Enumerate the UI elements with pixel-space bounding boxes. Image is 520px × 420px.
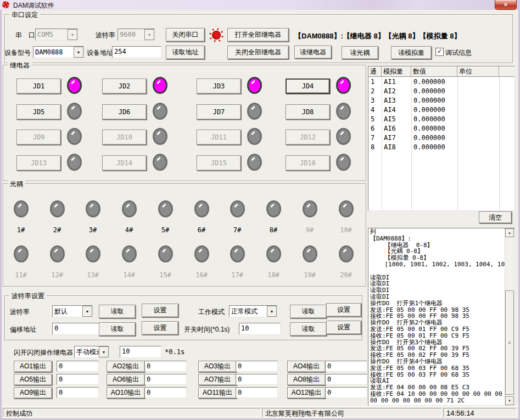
relay-button-jd8[interactable]: JD8 [286, 104, 330, 120]
read-analog-button[interactable]: 读模拟量 [391, 46, 432, 59]
relay-button-jd9[interactable]: JD9 [16, 130, 61, 145]
switch-time-input[interactable]: 10 [239, 323, 281, 335]
ao-output-input-9[interactable]: 0 [57, 387, 99, 398]
table-row[interactable]: 2AI20.000000 [368, 86, 515, 96]
chevron-down-icon[interactable]: ▼ [99, 346, 109, 357]
table-row[interactable]: 3AI30.000000 [368, 96, 515, 105]
serial-group-title: 串口设定 [9, 10, 40, 20]
close-button[interactable]: ✕ [495, 0, 517, 10]
flash-mode-select[interactable]: 手动模式 ▼ [74, 346, 109, 358]
chevron-down-icon[interactable]: ▼ [267, 306, 277, 317]
ao-output-button-9[interactable]: AO9输出 [14, 387, 52, 399]
scroll-up-icon[interactable]: ▲ [505, 228, 514, 237]
opto-indicator-off [303, 200, 317, 217]
ao-output-input-3[interactable]: 0 [236, 361, 278, 372]
ao-output-button-1[interactable]: AO1输出 [14, 361, 52, 372]
relay-button-jd13[interactable]: JD13 [16, 155, 61, 171]
relay-button-jd5[interactable]: JD5 [16, 104, 61, 120]
log-scrollbar[interactable]: ▲ ≡ ▼ [505, 228, 515, 405]
baud-select[interactable]: 9600 ▼ [118, 29, 155, 41]
table-row[interactable]: 1AI10.000000 [368, 77, 515, 86]
switch-time-read-button[interactable]: 读取 [290, 322, 327, 336]
analog-col-header[interactable]: 模拟量 [382, 66, 411, 77]
chevron-down-icon[interactable]: ▼ [68, 29, 77, 40]
scrollbar-thumb[interactable]: ≡ [505, 290, 514, 395]
table-row[interactable]: 7AI70.000000 [368, 133, 515, 142]
chevron-down-icon[interactable]: ▼ [74, 47, 83, 58]
debug-info-checkbox[interactable]: ✓ [435, 48, 444, 56]
table-row[interactable]: 8AI80.000000 [368, 142, 515, 152]
relay-button-jd1[interactable]: JD1 [16, 79, 61, 94]
relay-button-jd15[interactable]: JD15 [197, 155, 241, 171]
ao-output-input-11[interactable]: 0 [236, 387, 278, 398]
relay-button-jd3[interactable]: JD3 [197, 79, 241, 94]
ao-output-button-4[interactable]: AO4输出 [287, 361, 326, 372]
relay-indicator-on [67, 77, 82, 94]
ao-output-button-10[interactable]: AO10输出 [107, 387, 145, 399]
analog-col-header[interactable]: 单位 [457, 66, 499, 77]
relay-button-jd4[interactable]: JD4 [286, 79, 330, 94]
relay-indicator-off [153, 128, 167, 145]
ao-output-input-10[interactable]: 0 [144, 387, 187, 398]
analog-col-header[interactable] [499, 66, 515, 77]
relay-button-jd10[interactable]: JD10 [102, 130, 147, 145]
baud-set-button[interactable]: 设置 [142, 304, 178, 317]
relay-button-jd6[interactable]: JD6 [102, 104, 147, 120]
ao-output-input-2[interactable]: 0 [144, 361, 187, 372]
workmode-set-button[interactable]: 设置 [326, 303, 361, 317]
baudrate-label: 波特率 [10, 307, 30, 317]
ao-output-input-1[interactable]: 0 [57, 361, 99, 372]
clear-log-button[interactable]: 清空 [479, 211, 512, 223]
ao-output-input-12[interactable]: 0 [325, 387, 367, 398]
read-opto-button[interactable]: 读光耦 [342, 46, 378, 59]
debug-log-panel[interactable]: 列 【DAM0888】: 【继电器 0-8】 【光耦 0-8】 【模拟量 0-8… [368, 228, 515, 406]
close-port-button[interactable]: 关闭串口 [166, 28, 205, 42]
table-cell: 3 [368, 97, 382, 104]
read-relay-button[interactable]: 读继电器 [294, 46, 332, 59]
chevron-down-icon[interactable]: ▼ [144, 29, 154, 40]
table-row[interactable]: 5AI50.000000 [368, 114, 515, 124]
workmode-select[interactable]: 正常模式 ▼ [229, 305, 277, 317]
relay-button-jd14[interactable]: JD14 [102, 155, 147, 171]
ao-output-button-7[interactable]: AO7输出 [198, 374, 237, 385]
title-bar[interactable]: DAM调试软件 ✕ [0, 0, 520, 10]
ao-output-button-6[interactable]: AO6输出 [107, 374, 145, 385]
table-row[interactable]: 4AI40.000000 [368, 105, 515, 114]
switch-time-set-button[interactable]: 设置 [326, 321, 361, 334]
ao-output-button-3[interactable]: AO3输出 [198, 361, 237, 372]
ao-output-input-4[interactable]: 0 [325, 361, 367, 372]
ao-output-button-12[interactable]: AO12输出 [287, 387, 326, 399]
model-select[interactable]: DAM0888 ▼ [33, 46, 84, 58]
ao-output-input-8[interactable]: 0 [325, 374, 367, 385]
opto-label-3: 3# [82, 226, 104, 234]
relay-button-jd11[interactable]: JD11 [197, 130, 241, 145]
ao-output-input-7[interactable]: 0 [236, 374, 278, 385]
read-addr-button[interactable]: 读取地址 [166, 46, 205, 59]
analog-col-header[interactable]: 通 [368, 66, 382, 77]
baudrate-select[interactable]: 默认 ▼ [52, 305, 93, 317]
offset-addr-input[interactable]: 0 [52, 323, 103, 335]
ao-output-input-6[interactable]: 0 [144, 374, 187, 385]
ao-output-button-11[interactable]: AO11输出 [198, 387, 237, 399]
scroll-down-icon[interactable]: ▼ [505, 396, 514, 405]
close-all-relays-button[interactable]: 关闭全部继电器 [227, 46, 289, 59]
offset-read-button[interactable]: 读取 [99, 322, 136, 336]
offset-set-button[interactable]: 设置 [142, 321, 178, 335]
workmode-read-button[interactable]: 读取 [290, 305, 327, 318]
open-all-relays-button[interactable]: 打开全部继电器 [227, 28, 289, 42]
ao-output-button-5[interactable]: AO5输出 [14, 374, 52, 385]
ao-output-input-5[interactable]: 0 [57, 374, 99, 385]
table-row[interactable]: 6AI60.000000 [368, 124, 515, 133]
ao-output-button-8[interactable]: AO8输出 [287, 374, 326, 385]
relay-button-jd7[interactable]: JD7 [197, 104, 241, 120]
device-addr-input[interactable]: 254 [112, 46, 161, 58]
relay-button-jd16[interactable]: JD16 [286, 155, 330, 171]
relay-button-jd2[interactable]: JD2 [102, 79, 147, 94]
flash-time-input[interactable]: 10 [120, 346, 161, 358]
port-select[interactable]: COM5 ▼ [35, 29, 78, 41]
relay-button-jd12[interactable]: JD12 [286, 130, 330, 145]
chevron-down-icon[interactable]: ▼ [82, 306, 92, 317]
analog-col-header[interactable]: 数值 [411, 66, 457, 77]
baud-read-button[interactable]: 读取 [99, 305, 136, 318]
ao-output-button-2[interactable]: AO2输出 [107, 361, 145, 372]
